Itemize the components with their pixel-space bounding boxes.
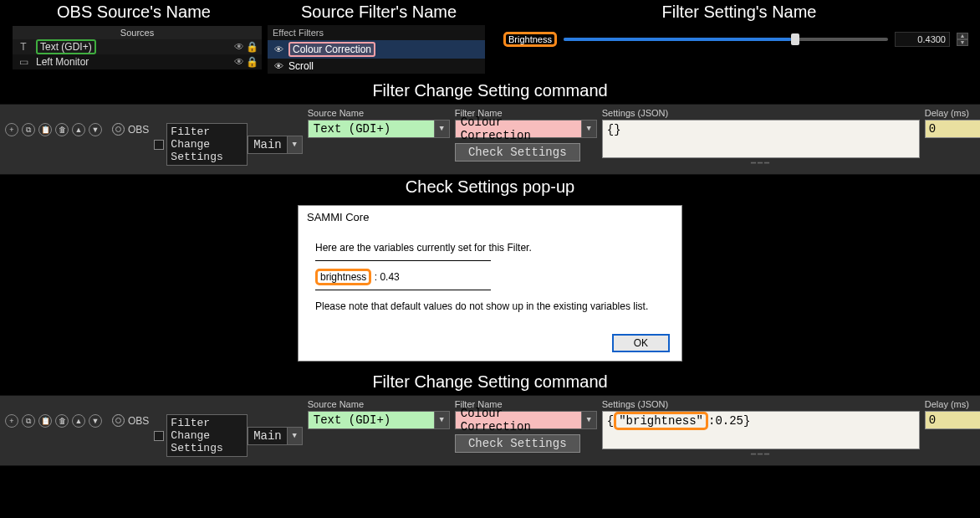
popup-intro-text: Here are the variables currently set for…: [315, 242, 665, 254]
obs-logo-icon: [112, 123, 125, 136]
source-row-text-gdi[interactable]: T Text (GDI+) 👁 🔒: [13, 39, 262, 54]
ok-button[interactable]: OK: [612, 334, 670, 352]
effect-filters-header: Effect Filters: [268, 25, 485, 40]
toolbar-icons: + ⧉ 📋 🗑 ▲ ▼: [5, 399, 102, 428]
heading-check-settings-popup: Check Settings pop-up: [0, 175, 980, 200]
settings-json-input[interactable]: {"brightness":0.25}: [602, 411, 920, 449]
obs-instance-dropdown[interactable]: Main▼: [248, 427, 303, 445]
label-delay: Delay (ms): [925, 108, 980, 118]
copy-icon[interactable]: ⧉: [22, 123, 35, 136]
obs-logo-icon: [112, 414, 125, 427]
label-delay: Delay (ms): [925, 399, 980, 409]
json-key-highlight: "brightness": [614, 412, 708, 430]
chevron-down-icon: ▼: [287, 136, 302, 153]
effect-filters-panel: Effect Filters 👁 Colour Correction 👁 Scr…: [268, 25, 485, 74]
filter-name-label: Colour Correction: [288, 42, 375, 57]
copy-icon[interactable]: ⧉: [22, 414, 35, 428]
obs-sources-panel: Sources T Text (GDI+) 👁 🔒 ▭ Left Monitor…: [12, 25, 263, 70]
variable-key: brightness: [315, 269, 371, 285]
setting-label-brightness: Brightness: [503, 32, 557, 47]
visibility-icon[interactable]: 👁: [274, 44, 283, 54]
popup-variable-line: brightness : 0.43: [315, 271, 665, 283]
command-name-field[interactable]: Filter Change Settings: [166, 414, 248, 457]
heading-obs-source: OBS Source's Name: [0, 0, 268, 25]
obs-instance-dropdown[interactable]: Main▼: [248, 136, 303, 154]
move-down-icon[interactable]: ▼: [89, 414, 102, 428]
command-enable-checkbox[interactable]: [154, 431, 164, 441]
sources-header: Sources: [13, 26, 262, 39]
sammi-command-bar-2: + ⧉ 📋 🗑 ▲ ▼ OBS Filter Change Settings M…: [0, 395, 980, 466]
chevron-down-icon: ▼: [287, 428, 302, 444]
popup-note-text: Please note that default values do not s…: [315, 300, 665, 312]
heading-filter-setting: Filter Setting's Name: [498, 0, 980, 25]
chevron-down-icon: ▼: [581, 412, 596, 428]
lock-icon[interactable]: 🔒: [246, 41, 258, 53]
popup-title: SAMMI Core: [299, 206, 681, 232]
obs-label: OBS: [128, 124, 149, 136]
brightness-setting-row: Brightness 0.4300 ▲▼: [498, 25, 980, 47]
check-settings-popup: SAMMI Core Here are the variables curren…: [298, 205, 682, 362]
source-name-dropdown[interactable]: Text (GDI+)▼: [308, 411, 450, 429]
delete-icon[interactable]: 🗑: [55, 123, 69, 136]
source-name-label: Text (GDI+): [36, 39, 96, 54]
visibility-icon[interactable]: 👁: [274, 61, 283, 71]
paste-icon[interactable]: 📋: [38, 414, 52, 428]
label-settings-json: Settings (JSON): [602, 399, 920, 409]
chevron-down-icon: ▼: [434, 412, 449, 428]
heading-filter-change-cmd-1: Filter Change Setting command: [0, 79, 980, 104]
paste-icon[interactable]: 📋: [38, 123, 52, 136]
label-settings-json: Settings (JSON): [602, 108, 920, 118]
delete-icon[interactable]: 🗑: [55, 414, 69, 428]
delay-input[interactable]: 0: [925, 411, 980, 429]
toolbar-icons: + ⧉ 📋 🗑 ▲ ▼: [5, 108, 102, 136]
command-name-field[interactable]: Filter Change Settings: [166, 123, 248, 166]
resize-grip-icon[interactable]: ━━━: [602, 158, 920, 167]
source-name-label: Left Monitor: [34, 55, 231, 69]
sammi-command-bar-1: + ⧉ 📋 🗑 ▲ ▼ OBS Filter Change Settings M…: [0, 104, 980, 175]
brightness-slider[interactable]: [564, 38, 888, 41]
brightness-value-input[interactable]: 0.4300: [895, 32, 950, 47]
label-source-name: Source Name: [308, 399, 450, 409]
filter-name-dropdown[interactable]: Colour Correction▼: [455, 120, 597, 138]
check-settings-button[interactable]: Check Settings: [455, 434, 580, 453]
obs-label: OBS: [128, 415, 149, 427]
delay-input[interactable]: 0: [925, 120, 980, 138]
visibility-icon[interactable]: 👁: [234, 56, 244, 68]
filter-name-label: Scroll: [288, 60, 314, 72]
move-up-icon[interactable]: ▲: [72, 414, 85, 428]
add-icon[interactable]: +: [5, 123, 18, 136]
monitor-source-icon: ▭: [16, 56, 31, 68]
move-up-icon[interactable]: ▲: [72, 123, 85, 136]
move-down-icon[interactable]: ▼: [89, 123, 102, 136]
variable-value: : 0.43: [371, 271, 399, 283]
filter-row-colour-correction[interactable]: 👁 Colour Correction: [268, 40, 485, 59]
lock-icon[interactable]: 🔒: [246, 56, 258, 68]
settings-json-input[interactable]: {}: [602, 120, 920, 158]
visibility-icon[interactable]: 👁: [234, 41, 244, 53]
heading-source-filter: Source Filter's Name: [268, 0, 490, 25]
filter-row-scroll[interactable]: 👁 Scroll: [268, 59, 485, 74]
source-row-left-monitor[interactable]: ▭ Left Monitor 👁 🔒: [13, 54, 262, 69]
text-source-icon: T: [16, 41, 31, 53]
heading-filter-change-cmd-2: Filter Change Setting command: [0, 370, 980, 395]
resize-grip-icon[interactable]: ━━━: [602, 449, 920, 459]
brightness-spinner[interactable]: ▲▼: [957, 33, 968, 46]
command-enable-checkbox[interactable]: [154, 140, 164, 150]
check-settings-button[interactable]: Check Settings: [455, 143, 580, 162]
chevron-down-icon: ▼: [434, 121, 449, 137]
add-icon[interactable]: +: [5, 414, 18, 428]
filter-name-dropdown[interactable]: Colour Correction▼: [455, 411, 597, 429]
label-source-name: Source Name: [308, 108, 450, 118]
source-name-dropdown[interactable]: Text (GDI+)▼: [308, 120, 450, 138]
chevron-down-icon: ▼: [581, 121, 596, 137]
